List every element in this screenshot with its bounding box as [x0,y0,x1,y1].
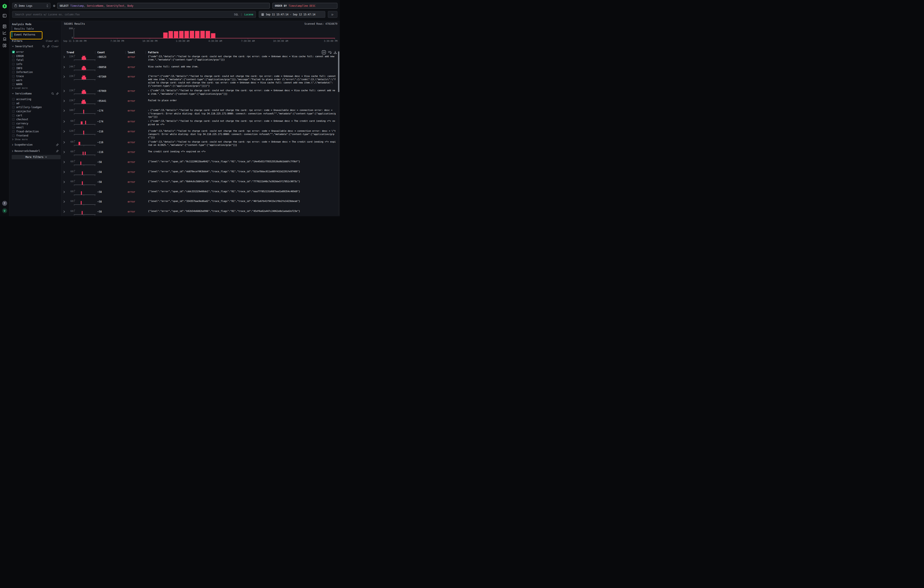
table-row[interactable]: 24K~98058errorVisa cache full: cannot ad… [61,64,340,73]
checkbox[interactable] [12,51,15,53]
col-header-pattern[interactable]: Pattern [148,51,158,54]
pattern-text[interactable]: {"code":13,"details":"failed to charge c… [148,55,336,61]
row-expand-chevron[interactable] [63,200,65,203]
col-header-trend[interactable]: Trend [66,51,74,54]
table-row[interactable]: 60~116errorThe credit card (ending <*> e… [61,149,340,159]
table-row[interactable]: 22K~98523error{"code":13,"details":"fail… [61,54,340,64]
checkbox[interactable] [12,114,15,117]
row-expand-chevron[interactable] [63,181,65,183]
table-row[interactable]: 22K~97360error{"error":{"code":13,"detai… [61,73,340,88]
filter-group-servicename[interactable]: ServiceName [9,92,61,96]
analysis-mode-item-results-table[interactable]: Results Table [9,26,61,31]
row-expand-chevron[interactable] [63,109,65,112]
row-expand-chevron[interactable] [63,76,65,78]
dashboards-icon[interactable] [0,44,9,48]
checkbox[interactable] [12,134,15,137]
pattern-text[interactable]: {"level":"error","span_id":"6b64c6c58842… [148,180,336,183]
row-expand-chevron[interactable] [63,100,65,102]
row-expand-chevron[interactable] [63,120,65,123]
filter-option-cart[interactable]: cart [9,113,61,117]
collapse-panel-icon[interactable] [0,14,9,18]
checkbox[interactable] [12,63,15,66]
table-row[interactable]: 60~58error{"level":"error","span_id":"cd… [61,189,340,198]
checkbox[interactable] [12,122,15,125]
checkbox[interactable] [12,110,15,113]
checkbox[interactable] [12,118,15,121]
pin-icon[interactable] [56,150,59,153]
row-expand-chevron[interactable] [63,191,65,193]
pattern-text[interactable]: ✕{"code":13,"details":"failed to charge … [148,109,336,118]
pattern-text[interactable]: Failed to place order [148,99,336,102]
filter-option-cainjector[interactable]: cainjector [9,109,61,114]
pattern-text[interactable]: {"level":"error","span_id":"eb870ecef063… [148,170,336,173]
analysis-mode-item-event-patterns[interactable]: Event Patterns [9,31,61,38]
table-row[interactable]: 22K~97069error✕{"code":13,"details":"fai… [61,88,340,98]
checkbox[interactable] [12,102,15,105]
filter-option-error[interactable]: ERROR [9,54,61,58]
select-query-input[interactable]: SELECT Timestamp, ServiceName, SeverityT… [57,3,270,9]
checkbox[interactable] [12,59,15,61]
row-expand-chevron[interactable] [63,66,65,68]
wrap-lines-icon[interactable] [328,51,332,54]
filter-option-fatal[interactable]: fatal [9,58,61,62]
col-header-count[interactable]: Count [97,51,105,54]
pin-icon[interactable] [56,92,59,95]
search-icon[interactable] [51,92,54,95]
table-row[interactable]: 60~58error{"level":"error","span_id":"6b… [61,179,340,189]
table-row[interactable]: 120~116error{"code":13,"details":"failed… [61,128,340,139]
filter-option-artillery-loadgen[interactable]: artillery-loadgen [9,105,61,109]
data-source-select[interactable]: Demo Logs [12,3,51,9]
row-expand-chevron[interactable] [63,56,65,58]
filter-group-scopeversion[interactable]: ScopeVersion [9,142,61,147]
app-logo-icon[interactable] [0,4,9,9]
table-row[interactable]: 60~58error{"level":"error","span_id":"0c… [61,159,340,169]
more-filters-button[interactable]: More filters [12,155,61,159]
clear-group-button[interactable]: Clear [51,45,59,48]
row-expand-chevron[interactable] [63,171,65,173]
checkbox[interactable] [12,83,15,86]
order-by-input[interactable]: ORDER BY TimestampTime DESC [272,3,337,9]
filter-option-information[interactable]: Information [9,70,61,74]
row-expand-chevron[interactable] [63,141,65,143]
checkbox[interactable] [12,130,15,133]
filter-option-ad[interactable]: ad [9,101,61,105]
checkbox[interactable] [12,55,15,58]
filter-option-info[interactable]: info [9,62,61,66]
pattern-text[interactable]: {"error":{"code":13,"details":"failed to… [148,74,336,87]
filter-option-currency[interactable]: currency [9,122,61,126]
col-header-level[interactable]: level [128,51,135,54]
pattern-text[interactable]: ✕{"code":13,"details":"failed to charge … [148,119,336,126]
table-row[interactable]: 60~58error{"level":"error","span_id":"b9… [61,208,340,216]
pattern-text[interactable]: {"level":"error","span_id":"334357bae9ed… [148,199,336,203]
pin-icon[interactable] [56,143,59,146]
filter-option-warn[interactable]: warn [9,78,61,82]
checkbox[interactable] [12,71,15,73]
checkbox[interactable] [12,106,15,109]
row-expand-chevron[interactable] [63,151,65,153]
pattern-text[interactable]: The credit card (ending <*> expired on <… [148,150,336,153]
source-settings-gear-icon[interactable]: ⚙ [52,3,56,8]
filter-option-email[interactable]: email [9,125,61,130]
clear-all-filters-button[interactable]: Clear all [46,40,59,43]
checkbox[interactable] [12,98,15,100]
search-logs-icon[interactable] [0,25,9,28]
event-search-bar[interactable]: SQL | Lucene [12,11,256,18]
table-row[interactable]: 60~58error{"level":"error","span_id":"33… [61,198,340,208]
table-row[interactable]: 60~174error✕{"code":13,"details":"failed… [61,118,340,128]
pattern-text[interactable]: {"code":13,"details":"failed to charge c… [148,140,336,147]
filter-option-frontend[interactable]: frontend [9,133,61,138]
pattern-text[interactable]: {"level":"error","span_id":"cddc331329e6… [148,190,336,193]
row-expand-chevron[interactable] [63,161,65,163]
pattern-text[interactable]: ✕{"code":13,"details":"failed to charge … [148,89,336,96]
table-scrollbar-thumb[interactable] [338,51,339,92]
pattern-text[interactable]: Visa cache full: cannot add new item. [148,65,336,68]
show-more-button[interactable]: Show more [9,138,28,141]
filter-group-resourceschemaurl[interactable]: ResourceSchemaUrl [9,148,61,153]
filter-option-accounting[interactable]: accounting [9,97,61,101]
table-row[interactable]: 60~116error{"code":13,"details":"failed … [61,139,340,149]
results-histogram[interactable] [74,28,335,40]
pattern-text[interactable]: {"level":"error","span_id":"b92b54b6882b… [148,209,336,213]
checkbox[interactable] [12,79,15,81]
chart-explorer-icon[interactable] [0,31,9,35]
lang-toggle-sql[interactable]: SQL [234,13,239,16]
